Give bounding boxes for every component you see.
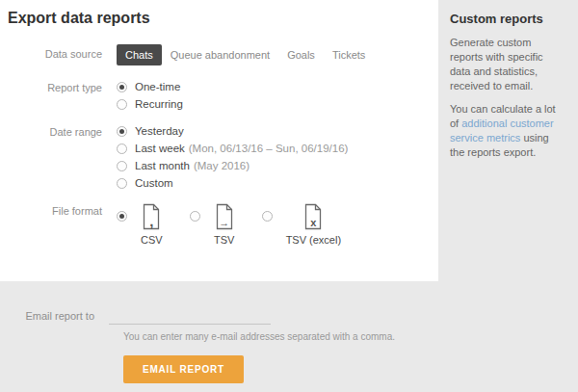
date-range-label: Date range: [8, 122, 117, 189]
report-type-options: One-time Recurring: [117, 78, 183, 110]
radio-label-yesterday: Yesterday: [135, 125, 184, 137]
main-column: Export data reports Data source Chats Qu…: [0, 0, 438, 392]
radio-yesterday[interactable]: Yesterday: [117, 125, 348, 137]
custom-reports-sidebar: Custom reports Generate custom reports w…: [438, 0, 578, 392]
radio-icon-tsv-excel: [262, 211, 273, 222]
radio-tsv-excel[interactable]: x TSV (excel): [262, 203, 341, 246]
csv-file-icon: ,: [141, 203, 162, 230]
tsv-label: TSV: [214, 234, 234, 246]
export-card: Export data reports Data source Chats Qu…: [0, 0, 438, 281]
data-source-tabs: Chats Queue abandonment Goals Tickets: [117, 44, 374, 65]
radio-label-recurring: Recurring: [135, 98, 183, 110]
radio-label-last-month: Last month: [135, 160, 190, 171]
sidebar-title: Custom reports: [450, 12, 566, 26]
sidebar-paragraph-1: Generate custom reports with specific da…: [450, 36, 566, 92]
file-format-row: File format , CSV: [8, 201, 425, 246]
email-hint: You can enter many e-mail addresses sepa…: [123, 331, 438, 342]
radio-tsv[interactable]: → TSV: [190, 203, 235, 246]
report-type-label: Report type: [8, 78, 117, 110]
tab-goals[interactable]: Goals: [278, 44, 324, 65]
radio-icon-last-month: [117, 161, 127, 171]
file-format-label: File format: [8, 201, 117, 246]
radio-detail-last-month: (May 2016): [194, 160, 250, 171]
tsv-excel-file-icon: x: [302, 203, 324, 230]
sidebar-paragraph-2: You can calculate a lot of additional cu…: [450, 102, 566, 159]
csv-glyph: ,: [141, 214, 162, 228]
radio-icon-last-week: [117, 144, 127, 154]
radio-icon-one-time: [117, 82, 127, 92]
radio-label-one-time: One-time: [135, 81, 180, 92]
data-source-row: Data source Chats Queue abandonment Goal…: [8, 44, 425, 65]
radio-csv[interactable]: , CSV: [117, 203, 163, 246]
email-input[interactable]: [109, 306, 271, 325]
tsv-glyph: →: [214, 218, 235, 228]
date-range-row: Date range Yesterday Last week (Mon, 06/…: [8, 122, 425, 189]
radio-detail-last-week: (Mon, 06/13/16 – Sun, 06/19/16): [189, 143, 349, 154]
tsv-excel-glyph: x: [302, 218, 324, 228]
radio-last-week[interactable]: Last week (Mon, 06/13/16 – Sun, 06/19/16…: [117, 143, 348, 154]
radio-icon-recurring: [117, 99, 127, 110]
radio-icon-tsv: [190, 211, 200, 222]
radio-label-last-week: Last week: [135, 143, 185, 154]
tab-chats[interactable]: Chats: [117, 44, 162, 65]
radio-icon-yesterday: [117, 126, 127, 137]
radio-custom[interactable]: Custom: [117, 177, 348, 189]
email-report-to-label: Email report to: [0, 310, 109, 325]
tsv-file-icon: →: [214, 203, 235, 230]
date-range-options: Yesterday Last week (Mon, 06/13/16 – Sun…: [117, 122, 348, 189]
report-type-row: Report type One-time Recurring: [8, 78, 425, 110]
tab-tickets[interactable]: Tickets: [324, 44, 374, 65]
radio-label-custom: Custom: [135, 177, 173, 189]
email-report-button[interactable]: EMAIL REPORT: [123, 355, 244, 383]
tsv-excel-label: TSV (excel): [286, 234, 341, 246]
email-row: Email report to: [0, 306, 438, 325]
file-format-options: , CSV: [117, 201, 341, 246]
radio-last-month[interactable]: Last month (May 2016): [117, 160, 348, 171]
radio-one-time[interactable]: One-time: [117, 81, 183, 92]
radio-icon-custom: [117, 178, 127, 189]
email-section: Email report to You can enter many e-mai…: [0, 281, 438, 383]
data-source-label: Data source: [8, 44, 117, 65]
radio-icon-csv: [117, 211, 127, 222]
page-title: Export data reports: [8, 10, 425, 27]
page: Export data reports Data source Chats Qu…: [0, 0, 578, 392]
tab-queue-abandonment[interactable]: Queue abandonment: [162, 44, 278, 65]
csv-label: CSV: [141, 234, 163, 246]
radio-recurring[interactable]: Recurring: [117, 98, 183, 110]
